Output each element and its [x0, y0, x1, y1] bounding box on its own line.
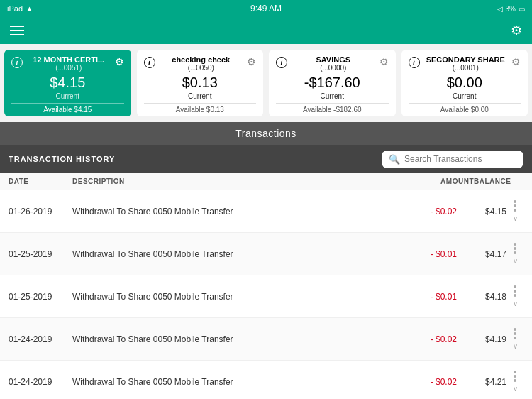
card-amount: $4.15 — [11, 75, 124, 91]
row-menu-icon[interactable]: ∨ — [506, 243, 523, 265]
card-name: SAVINGS — [292, 55, 375, 64]
tx-description: Withdrawal To Share 0050 Mobile Transfer — [72, 334, 400, 344]
card-sub: (...0050) — [160, 64, 243, 72]
transactions-section-header: Transactions — [0, 122, 532, 145]
tx-description: Withdrawal To Share 0050 Mobile Transfer — [72, 207, 400, 217]
tx-balance: $4.15 — [457, 207, 506, 217]
card-amount: -$167.60 — [276, 75, 389, 91]
tx-date: 01-24-2019 — [9, 334, 72, 344]
card-label: Current — [409, 92, 521, 100]
row-chevron-icon: ∨ — [513, 342, 518, 350]
card-available: Available $4.15 — [11, 103, 124, 114]
wifi-icon: ▲ — [26, 4, 33, 13]
card-gear-icon[interactable]: ⚙ — [511, 56, 521, 67]
tx-amount: - $0.01 — [400, 292, 457, 302]
card-label: Current — [144, 92, 257, 100]
row-chevron-icon: ∨ — [513, 257, 518, 265]
card-sub: (...0000) — [292, 64, 375, 72]
search-box[interactable]: 🔍 — [382, 151, 523, 168]
card-info-icon[interactable]: i — [144, 57, 155, 68]
tx-date: 01-25-2019 — [9, 292, 72, 302]
card-label: Current — [276, 92, 389, 100]
location-icon: ◁ — [497, 5, 503, 13]
tx-date: 01-26-2019 — [9, 207, 72, 217]
account-card-secondary[interactable]: i SECONDARY SHARE (...0001) ⚙ $0.00 Curr… — [401, 50, 528, 116]
battery-icon: ▭ — [519, 5, 525, 13]
card-sub: (...0001) — [424, 64, 508, 72]
account-cards-container: i 12 MONTH CERTI... (...0051) ⚙ $4.15 Cu… — [0, 44, 532, 122]
card-sub: (...0051) — [27, 64, 111, 72]
tx-description: Withdrawal To Share 0050 Mobile Transfer — [72, 377, 400, 387]
device-label: iPad — [7, 4, 23, 13]
card-amount: $0.00 — [409, 75, 521, 91]
col-header-amount: AMOUNT — [417, 177, 474, 185]
tx-balance: $4.21 — [457, 377, 506, 387]
table-row: 01-26-2019 Withdrawal To Share 0050 Mobi… — [0, 190, 532, 233]
account-card-checking[interactable]: i checking check (...0050) ⚙ $0.13 Curre… — [137, 50, 264, 116]
tx-amount: - $0.02 — [400, 207, 457, 217]
tx-amount: - $0.02 — [400, 377, 457, 387]
row-chevron-icon: ∨ — [513, 214, 518, 222]
row-chevron-icon: ∨ — [513, 300, 518, 307]
top-nav: ⚙ — [0, 17, 532, 44]
search-icon: 🔍 — [389, 154, 400, 165]
col-header-balance: BALANCE — [474, 177, 523, 185]
card-gear-icon[interactable]: ⚙ — [115, 56, 124, 67]
battery-level: 3% — [506, 5, 516, 13]
account-card-cert[interactable]: i 12 MONTH CERTI... (...0051) ⚙ $4.15 Cu… — [4, 50, 131, 116]
transaction-rows: 01-26-2019 Withdrawal To Share 0050 Mobi… — [0, 190, 532, 399]
tx-amount: - $0.02 — [400, 334, 457, 344]
card-amount: $0.13 — [144, 75, 257, 91]
status-bar: iPad ▲ 9:49 AM ◁ 3% ▭ — [0, 0, 532, 17]
tx-balance: $4.17 — [457, 249, 506, 259]
tx-amount: - $0.01 — [400, 249, 457, 259]
card-info-icon[interactable]: i — [11, 57, 23, 68]
tx-balance: $4.18 — [457, 292, 506, 302]
transaction-history-label: TRANSACTION HISTORY — [9, 155, 115, 163]
table-row: 01-25-2019 Withdrawal To Share 0050 Mobi… — [0, 233, 532, 275]
transactions-toolbar: TRANSACTION HISTORY 🔍 — [0, 145, 532, 173]
tx-date: 01-25-2019 — [9, 249, 72, 259]
transaction-table: DATE DESCRIPTION AMOUNT BALANCE 01-26-20… — [0, 173, 532, 399]
card-name: checking check — [160, 55, 243, 64]
tx-date: 01-24-2019 — [9, 377, 72, 387]
table-row: 01-24-2019 Withdrawal To Share 0050 Mobi… — [0, 318, 532, 361]
card-label: Current — [11, 92, 124, 100]
table-row: 01-25-2019 Withdrawal To Share 0050 Mobi… — [0, 275, 532, 318]
row-chevron-icon: ∨ — [513, 385, 518, 393]
hamburger-menu[interactable] — [10, 26, 24, 35]
settings-icon[interactable]: ⚙ — [511, 23, 522, 38]
card-available: Available $0.13 — [144, 103, 257, 114]
account-card-savings[interactable]: i SAVINGS (...0000) ⚙ -$167.60 Current A… — [269, 50, 396, 116]
table-header-row: DATE DESCRIPTION AMOUNT BALANCE — [0, 173, 532, 190]
card-available: Available -$182.60 — [276, 103, 389, 114]
card-available: Available $0.00 — [409, 103, 521, 114]
card-gear-icon[interactable]: ⚙ — [247, 56, 256, 67]
card-info-icon[interactable]: i — [276, 57, 287, 68]
tx-description: Withdrawal To Share 0050 Mobile Transfer — [72, 292, 400, 302]
row-menu-icon[interactable]: ∨ — [506, 371, 523, 393]
tx-description: Withdrawal To Share 0050 Mobile Transfer — [72, 249, 400, 259]
row-menu-icon[interactable]: ∨ — [506, 285, 523, 307]
table-row: 01-24-2019 Withdrawal To Share 0050 Mobi… — [0, 361, 532, 399]
card-gear-icon[interactable]: ⚙ — [379, 56, 389, 67]
row-menu-icon[interactable]: ∨ — [506, 328, 523, 350]
time-display: 9:49 AM — [250, 4, 282, 13]
card-name: 12 MONTH CERTI... — [27, 55, 111, 64]
tx-balance: $4.19 — [457, 334, 506, 344]
row-menu-icon[interactable]: ∨ — [506, 200, 523, 222]
col-header-date: DATE — [9, 177, 72, 185]
search-input[interactable] — [404, 154, 516, 164]
card-info-icon[interactable]: i — [409, 57, 420, 68]
card-name: SECONDARY SHARE — [424, 55, 508, 64]
col-header-description: DESCRIPTION — [72, 177, 417, 185]
